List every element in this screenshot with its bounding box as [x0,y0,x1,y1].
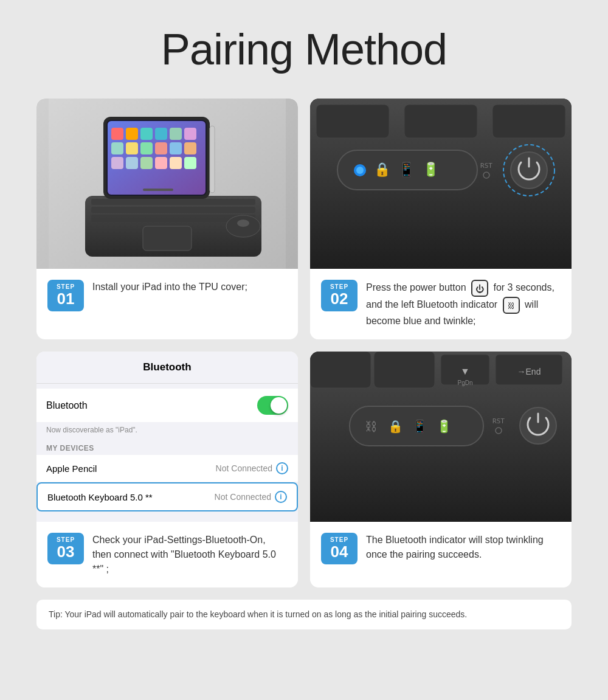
svg-rect-19 [155,142,167,154]
keyboard-image-step02: 🔒 📱 🔋 RST [310,99,572,269]
svg-rect-24 [140,157,153,169]
svg-rect-4 [91,207,255,213]
bt-panel-header: Bluetooth [36,352,298,384]
svg-rect-14 [170,128,182,140]
bt-panel-body: Bluetooth Now discoverable as "iPad". MY… [36,389,298,511]
keyboard-image-step04: ▼ PgDn →End ⛓ 🔒 📱 🔋 RST [310,352,572,522]
step-02-card: 🔒 📱 🔋 RST STEP 02 Pre [310,99,572,339]
svg-text:RST: RST [492,417,505,425]
step-03-badge: STEP 03 [47,533,84,564]
svg-text:🔒: 🔒 [388,419,403,434]
svg-rect-20 [170,142,182,154]
svg-rect-13 [155,128,167,140]
device-row-bt-keyboard: Bluetooth Keyboard 5.0 ** Not Connected … [36,482,298,511]
bt-toggle-row: Bluetooth [36,389,298,422]
svg-rect-22 [111,157,123,169]
svg-point-38 [356,167,364,174]
step-01-card: STEP 01 Install your iPad into the TPU c… [36,99,298,339]
bt-toggle-label: Bluetooth [46,400,88,411]
step-02-badge: STEP 02 [321,280,358,311]
step-03-card: Bluetooth Bluetooth Now discoverable as … [36,352,298,587]
device-apple-pencil-status: Not Connected i [216,462,288,474]
svg-text:▼: ▼ [460,366,470,376]
svg-rect-2 [143,226,192,251]
ipad-image [36,99,298,269]
svg-rect-12 [140,128,153,140]
svg-rect-27 [184,157,196,169]
my-devices-header: MY DEVICES [36,439,298,455]
svg-text:→End: →End [517,367,541,376]
step-04-card: ▼ PgDn →End ⛓ 🔒 📱 🔋 RST [310,352,572,587]
step-02-text: Press the power button ⏻ for 3 seconds, … [366,280,561,328]
step-04-info: STEP 04 The Bluetooth indicator will sto… [310,522,572,575]
svg-text:📱: 📱 [398,161,415,178]
apple-pencil-info-icon[interactable]: i [276,462,288,474]
step-03-info: STEP 03 Check your iPad-Settings-Bluetoo… [36,522,298,587]
svg-rect-16 [111,142,123,154]
svg-text:📱: 📱 [412,419,427,434]
step-03-text: Check your iPad-Settings-Bluetooth-On, t… [92,533,287,577]
svg-rect-47 [310,352,371,388]
svg-rect-11 [126,128,138,140]
svg-rect-33 [316,105,389,138]
svg-rect-29 [210,126,215,193]
step-04-text: The Bluetooth indicator will stop twinkl… [366,533,561,562]
svg-rect-15 [184,128,196,140]
link-indicator-icon: ⛓ [503,297,520,314]
toggle-switch[interactable] [257,396,288,415]
step-01-badge: STEP 01 [47,280,84,311]
power-button-icon: ⏻ [471,280,488,297]
svg-text:RST: RST [480,162,492,170]
svg-text:⛓: ⛓ [365,420,377,433]
svg-rect-28 [143,189,173,191]
bt-keyboard-info-icon[interactable]: i [275,491,287,503]
svg-rect-34 [404,105,477,138]
step-02-info: STEP 02 Press the power button ⏻ for 3 s… [310,269,572,339]
step-04-badge: STEP 04 [321,533,358,564]
bt-discoverable-text: Now discoverable as "iPad". [36,423,298,439]
bluetooth-settings-panel: Bluetooth Bluetooth Now discoverable as … [36,352,298,522]
svg-rect-10 [111,128,123,140]
svg-rect-25 [155,157,167,169]
svg-rect-17 [126,142,138,154]
device-bt-keyboard-status: Not Connected i [215,491,287,503]
svg-text:🔒: 🔒 [374,161,391,178]
svg-rect-3 [91,199,255,205]
svg-rect-26 [170,157,182,169]
device-apple-pencil-name: Apple Pencil [46,463,97,474]
svg-point-31 [237,220,249,227]
tip-text: Tip: Your iPad will automatically pair t… [36,600,572,629]
device-bt-keyboard-name: Bluetooth Keyboard 5.0 ** [47,492,153,502]
svg-rect-23 [126,157,138,169]
svg-rect-35 [492,105,565,138]
step-01-text: Install your iPad into the TPU cover; [92,280,287,294]
svg-text:🔋: 🔋 [437,419,452,434]
svg-rect-48 [374,352,435,388]
device-row-apple-pencil: Apple Pencil Not Connected i [36,455,298,482]
steps-grid: STEP 01 Install your iPad into the TPU c… [36,99,572,587]
svg-rect-21 [184,142,196,154]
step-01-info: STEP 01 Install your iPad into the TPU c… [36,269,298,322]
svg-text:PgDn: PgDn [457,379,472,386]
svg-text:🔋: 🔋 [423,161,440,178]
page-title: Pairing Method [36,24,572,74]
svg-rect-18 [140,142,153,154]
